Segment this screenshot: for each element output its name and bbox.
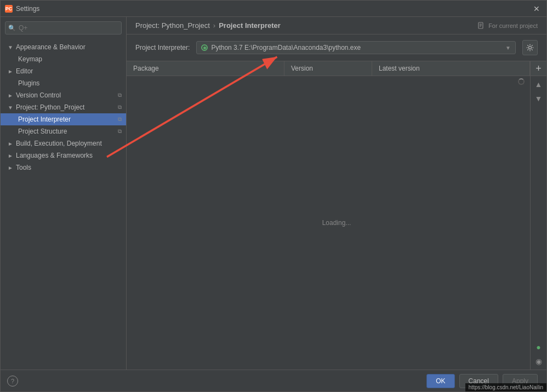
- sidebar-item-project-interpreter[interactable]: Project Interpreter ⧉: [1, 113, 126, 125]
- sidebar-item-tools[interactable]: ► Tools: [1, 162, 126, 174]
- search-box[interactable]: 🔍: [5, 21, 122, 34]
- sidebar-item-keymap[interactable]: Keymap: [1, 53, 126, 65]
- breadcrumb-separator: ›: [213, 21, 215, 30]
- col-latest-header: Latest version: [372, 61, 530, 76]
- spinner-row: [127, 76, 546, 85]
- loading-spinner: [518, 78, 525, 85]
- gear-button[interactable]: [522, 40, 538, 55]
- sidebar-item-label: Tools: [16, 164, 31, 171]
- sidebar-item-label: Project: Python_Project: [16, 103, 84, 111]
- sidebar-item-label: Languages & Frameworks: [16, 152, 93, 159]
- url-bar: https://blog.csdn.net/LiaoNailin: [465, 383, 546, 391]
- interpreter-bar: Project Interpreter: Python 3.7 E:\Progr…: [127, 34, 546, 61]
- arrow-icon: ▼: [7, 105, 14, 111]
- sidebar-item-plugins[interactable]: Plugins: [1, 77, 126, 89]
- interpreter-label: Project Interpreter:: [135, 44, 190, 51]
- breadcrumb: Project: Python_Project › Project Interp…: [127, 17, 546, 34]
- arrow-icon: ►: [7, 153, 14, 159]
- help-label: ?: [11, 378, 14, 384]
- project-info: For current project: [477, 22, 538, 30]
- svg-point-4: [529, 47, 532, 49]
- sidebar-item-editor[interactable]: ► Editor: [1, 65, 126, 77]
- add-package-icon[interactable]: +: [535, 63, 542, 74]
- col-package-header: Package: [127, 61, 284, 76]
- col-add-header[interactable]: +: [530, 61, 546, 76]
- document-icon: [477, 22, 485, 30]
- arrow-icon: ►: [7, 93, 14, 99]
- packages-content: Loading... ▲ ▼ ● ◉: [127, 76, 546, 370]
- settings-dialog: PC Settings ✕ 🔍 ▼ Appearance & Behavior …: [0, 0, 547, 392]
- sidebar-item-label: Plugins: [18, 79, 39, 87]
- sidebar-item-label: Build, Execution, Deployment: [16, 140, 102, 147]
- arrow-icon: ►: [7, 68, 14, 74]
- packages-header: Package Version Latest version +: [127, 61, 546, 76]
- sidebar-item-appearance-behavior[interactable]: ▼ Appearance & Behavior: [1, 41, 126, 53]
- sidebar: 🔍 ▼ Appearance & Behavior Keymap ► Edito…: [1, 17, 127, 370]
- footer-left: ?: [7, 376, 18, 387]
- copy-icon: ⧉: [118, 92, 122, 99]
- title-bar: PC Settings ✕: [1, 1, 546, 17]
- sidebar-item-label: Project Structure: [18, 128, 67, 135]
- main-content: 🔍 ▼ Appearance & Behavior Keymap ► Edito…: [1, 17, 546, 370]
- title-bar-left: PC Settings: [5, 5, 39, 13]
- sidebar-item-label: Appearance & Behavior: [16, 43, 86, 51]
- footer: ? OK Cancel Apply https://blog.csdn.net/…: [1, 370, 546, 391]
- gear-icon: [526, 44, 534, 51]
- interpreter-dropdown[interactable]: Python 3.7 E:\ProgramData\Anaconda3\pyth…: [196, 41, 516, 54]
- eye-button[interactable]: ◉: [533, 355, 545, 367]
- ok-button[interactable]: OK: [426, 374, 454, 388]
- col-version-header: Version: [284, 61, 372, 76]
- sidebar-item-project[interactable]: ▼ Project: Python_Project ⧉: [1, 101, 126, 113]
- sidebar-item-build-execution[interactable]: ► Build, Execution, Deployment: [1, 137, 126, 149]
- sidebar-item-project-structure[interactable]: Project Structure ⧉: [1, 125, 126, 137]
- loading-text: Loading...: [322, 219, 351, 227]
- dialog-title: Settings: [16, 5, 39, 13]
- arrow-icon: ►: [7, 165, 14, 171]
- arrow-icon: ▼: [7, 44, 14, 50]
- copy-icon: ⧉: [118, 128, 122, 135]
- project-info-label: For current project: [488, 22, 538, 29]
- refresh-button[interactable]: ●: [533, 341, 545, 353]
- search-icon: 🔍: [8, 25, 16, 32]
- help-button[interactable]: ?: [7, 376, 18, 387]
- arrow-icon: ►: [7, 141, 14, 147]
- breadcrumb-current: Project Interpreter: [219, 21, 281, 30]
- copy-icon: ⧉: [118, 104, 122, 111]
- dropdown-arrow-icon: ▼: [505, 45, 511, 51]
- sidebar-item-label: Project Interpreter: [18, 116, 71, 123]
- main-panel: Project: Python_Project › Project Interp…: [127, 17, 546, 370]
- interpreter-status-dot: [201, 44, 208, 51]
- packages-area: Package Version Latest version + Load: [127, 61, 546, 370]
- nav-tree: ▼ Appearance & Behavior Keymap ► Editor …: [1, 39, 126, 370]
- sidebar-item-label: Version Control: [16, 91, 61, 99]
- packages-table: Loading...: [127, 76, 546, 370]
- side-actions: ▲ ▼ ● ◉: [530, 76, 546, 370]
- sidebar-item-languages-frameworks[interactable]: ► Languages & Frameworks: [1, 149, 126, 162]
- breadcrumb-parent: Project: Python_Project: [135, 21, 210, 30]
- app-icon: PC: [5, 5, 13, 13]
- sidebar-item-label: Editor: [16, 67, 33, 75]
- scroll-up-button[interactable]: ▲: [533, 78, 545, 90]
- sidebar-item-label: Keymap: [18, 55, 42, 63]
- close-button[interactable]: ✕: [531, 3, 542, 14]
- search-input[interactable]: [5, 21, 122, 34]
- scroll-down-button[interactable]: ▼: [533, 93, 545, 105]
- copy-icon: ⧉: [118, 116, 122, 123]
- interpreter-selected-value: Python 3.7 E:\ProgramData\Anaconda3\pyth…: [211, 44, 361, 51]
- interpreter-dropdown-inner: Python 3.7 E:\ProgramData\Anaconda3\pyth…: [201, 44, 503, 51]
- sidebar-item-version-control[interactable]: ► Version Control ⧉: [1, 89, 126, 101]
